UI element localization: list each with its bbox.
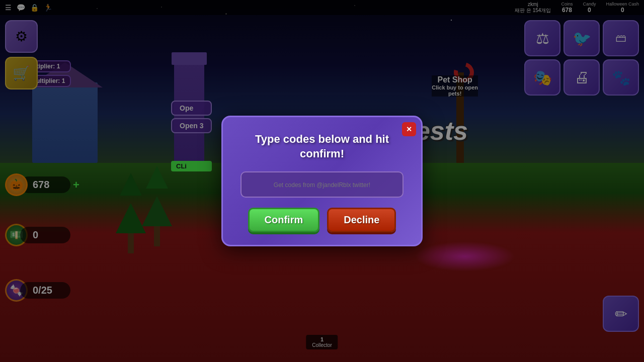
decline-button[interactable]: Decline [327, 208, 396, 232]
dialog-title: Type codes below and hit confirm! [240, 132, 404, 161]
close-icon: ✕ [406, 125, 412, 133]
dialog-close-button[interactable]: ✕ [402, 122, 416, 136]
confirm-button[interactable]: Confirm [248, 208, 320, 232]
code-dialog: ✕ Type codes below and hit confirm! Conf… [221, 116, 423, 246]
code-input-wrapper [240, 171, 404, 198]
dialog-buttons: Confirm Decline [240, 208, 404, 232]
code-input[interactable] [249, 182, 395, 189]
modal-overlay: ✕ Type codes below and hit confirm! Conf… [0, 0, 644, 362]
